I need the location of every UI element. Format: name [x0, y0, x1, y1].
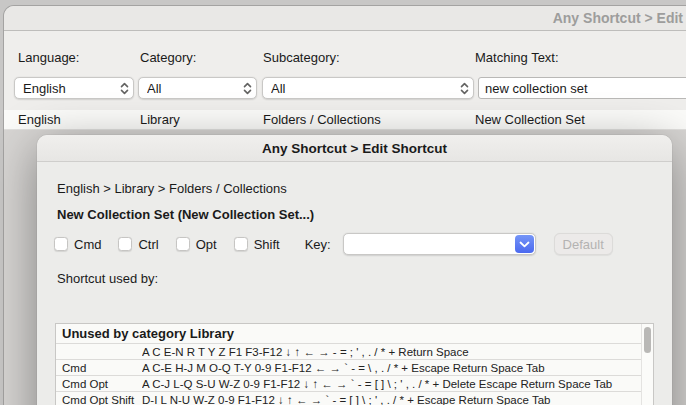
row-modifiers: Cmd Opt Shift [56, 394, 142, 405]
table-row: Cmd A C-E H-J M O-Q T-Y 0-9 F1-F12 ← → `… [56, 359, 653, 375]
result-category: Library [140, 112, 180, 127]
ctrl-checkbox[interactable] [118, 237, 132, 251]
matching-text-label: Matching Text: [475, 50, 559, 65]
category-select-value: All [147, 81, 239, 96]
dialog-title: Any Shortcut > Edit Shortcut [262, 141, 447, 156]
table-scrollbar[interactable] [641, 324, 653, 405]
app-window: Any Shortcut > Edit Language: Category: … [4, 6, 686, 405]
matching-text-input[interactable] [478, 77, 686, 99]
category-label: Category: [140, 50, 196, 65]
cmd-checkbox-label: Cmd [74, 237, 101, 252]
table-row: Cmd Opt A C-J L-Q S-U W-Z 0-9 F1-F12 ↓ ↑… [56, 375, 653, 391]
subcategory-label: Subcategory: [263, 50, 340, 65]
language-select-value: English [23, 81, 116, 96]
language-label: Language: [18, 50, 79, 65]
chevron-updown-icon [120, 82, 129, 95]
key-combobox[interactable] [343, 233, 536, 255]
row-keys: A C-J L-Q S-U W-Z 0-9 F1-F12 ↓ ↑ ← → ` -… [142, 378, 653, 390]
default-button[interactable]: Default [554, 233, 613, 255]
screen: Any Shortcut > Edit Language: Category: … [0, 0, 686, 405]
shortcut-name: New Collection Set (New Collection Set..… [57, 207, 314, 222]
table-row: Cmd Opt Shift D-I L N-U W-Z 0-9 F1-F12 ↓… [56, 391, 653, 405]
result-text: New Collection Set [475, 112, 585, 127]
category-select[interactable]: All [138, 77, 257, 99]
window-title: Any Shortcut > Edit [553, 10, 683, 26]
chevron-down-icon [519, 241, 530, 248]
row-modifiers: Cmd [56, 362, 142, 374]
result-language: English [18, 112, 61, 127]
modifier-row: Cmd Ctrl Opt Shift [54, 233, 613, 255]
dialog-titlebar[interactable]: Any Shortcut > Edit Shortcut [37, 135, 672, 162]
window-titlebar[interactable]: Any Shortcut > Edit [4, 6, 686, 31]
key-combobox-dropdown-button[interactable] [515, 235, 534, 253]
opt-checkbox-label: Opt [196, 237, 217, 252]
used-by-label: Shortcut used by: [57, 271, 158, 286]
shortcut-usage-table[interactable]: Unused by category Library A C E-N R T Y… [55, 323, 654, 405]
ctrl-checkbox-label: Ctrl [138, 237, 158, 252]
chevron-updown-icon [243, 82, 252, 95]
row-modifiers: Cmd Opt [56, 378, 142, 390]
table-header: Unused by category Library [56, 324, 653, 343]
shift-checkbox-label: Shift [254, 237, 280, 252]
result-row[interactable]: English Library Folders / Collections Ne… [4, 110, 686, 130]
scrollbar-thumb[interactable] [644, 327, 651, 353]
key-label: Key: [305, 237, 331, 252]
shift-checkbox[interactable] [234, 237, 248, 251]
cmd-checkbox-group[interactable]: Cmd [54, 237, 101, 252]
subcategory-select[interactable]: All [262, 77, 474, 99]
subcategory-select-value: All [271, 81, 456, 96]
result-subcategory: Folders / Collections [263, 112, 381, 127]
ctrl-checkbox-group[interactable]: Ctrl [118, 237, 158, 252]
row-keys: D-I L N-U W-Z 0-9 F1-F12 ↓ ↑ ← → ` - = [… [142, 394, 653, 405]
breadcrumb: English > Library > Folders / Collection… [57, 181, 287, 196]
row-keys: A C-E H-J M O-Q T-Y 0-9 F1-F12 ← → ` - =… [142, 362, 653, 374]
cmd-checkbox[interactable] [54, 237, 68, 251]
opt-checkbox[interactable] [176, 237, 190, 251]
modal-overlay: Any Shortcut > Edit Shortcut English > L… [4, 129, 686, 405]
shift-checkbox-group[interactable]: Shift [234, 237, 280, 252]
language-select[interactable]: English [14, 77, 134, 99]
table-row: A C E-N R T Y Z F1 F3-F12 ↓ ↑ ← → - = ; … [56, 343, 653, 359]
row-keys: A C E-N R T Y Z F1 F3-F12 ↓ ↑ ← → - = ; … [142, 346, 653, 358]
opt-checkbox-group[interactable]: Opt [176, 237, 217, 252]
dialog-body: English > Library > Folders / Collection… [37, 162, 672, 405]
edit-shortcut-dialog: Any Shortcut > Edit Shortcut English > L… [37, 135, 672, 405]
chevron-updown-icon [460, 82, 469, 95]
